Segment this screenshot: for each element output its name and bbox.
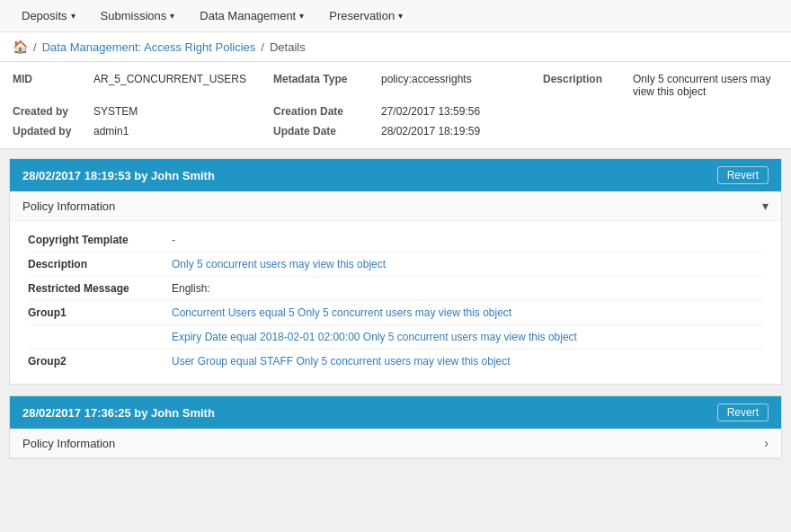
copyright-field: Copyright Template (28, 234, 172, 246)
breadcrumb-separator-1: / (33, 40, 37, 54)
mid-label: MID (13, 71, 93, 100)
caret-icon: ▾ (71, 11, 76, 21)
info-panel: MID AR_5_CONCURRENT_USERS Metadata Type … (0, 62, 791, 149)
policy-info-section-1[interactable]: Policy Information ▾ (10, 191, 781, 221)
update-date-label: Update Date (273, 123, 381, 139)
restricted-value: English: (172, 282, 763, 295)
expiry-value: Expiry Date equal 2018-02-01 02:00:00 On… (172, 331, 763, 343)
version-block-1: 28/02/2017 18:19:53 by John Smith Revert… (9, 158, 782, 385)
home-icon[interactable]: 🏠 (13, 40, 28, 54)
caret-icon: ▾ (170, 11, 174, 21)
main-content: 28/02/2017 18:19:53 by John Smith Revert… (0, 149, 791, 532)
creation-date-value: 27/02/2017 13:59:56 (381, 103, 543, 120)
copyright-value: - (172, 234, 763, 246)
breadcrumb: 🏠 / Data Management: Access Right Polici… (0, 32, 791, 62)
caret-icon: ▾ (299, 11, 304, 21)
breadcrumb-current: Details (270, 40, 306, 54)
policy-row-restricted: Restricted Message English: (28, 277, 763, 301)
group2-field: Group2 (28, 355, 172, 368)
expiry-field (28, 331, 172, 343)
mid-value: AR_5_CONCURRENT_USERS (93, 71, 273, 100)
description-value: Only 5 concurrent users may view this ob… (172, 258, 763, 270)
metadata-type-label: Metadata Type (273, 71, 381, 100)
restricted-field: Restricted Message (28, 282, 172, 295)
nav-item-submissions[interactable]: Submissions ▾ (88, 2, 188, 30)
revert-button-1[interactable]: Revert (717, 166, 769, 184)
version-header-1[interactable]: 28/02/2017 18:19:53 by John Smith Revert (10, 159, 781, 191)
nav-item-deposits[interactable]: Deposits ▾ (9, 2, 88, 30)
top-nav: Deposits ▾Submissions ▾Data Management ▾… (0, 0, 791, 32)
breadcrumb-separator-2: / (261, 40, 264, 54)
version-block-2: 28/02/2017 17:36:25 by John Smith Revert… (9, 395, 782, 459)
version-timestamp-2: 28/02/2017 17:36:25 by John Smith (22, 406, 215, 420)
description-label: Description (543, 71, 633, 100)
nav-item-data-management[interactable]: Data Management ▾ (187, 2, 316, 30)
creation-date-label: Creation Date (273, 103, 381, 120)
revert-button-2[interactable]: Revert (717, 403, 769, 421)
policy-row-group1: Group1 Concurrent Users equal 5 Only 5 c… (28, 301, 763, 325)
section-label-1: Policy Information (22, 200, 115, 213)
policy-row-group2: Group2 User Group equal STAFF Only 5 con… (28, 350, 763, 373)
chevron-icon-1: ▾ (762, 199, 769, 213)
group1-value: Concurrent Users equal 5 Only 5 concurre… (172, 306, 763, 319)
nav-item-preservation[interactable]: Preservation ▾ (316, 2, 415, 30)
update-date-value: 28/02/2017 18:19:59 (381, 123, 543, 139)
policy-table-1: Copyright Template - Description Only 5 … (10, 221, 781, 384)
chevron-icon-2: › (764, 436, 769, 450)
description-field: Description (28, 258, 172, 270)
created-by-label: Created by (13, 103, 93, 120)
policy-row-copyright: Copyright Template - (28, 228, 763, 253)
caret-icon: ▾ (398, 11, 403, 21)
policy-info-section-2[interactable]: Policy Information › (10, 429, 781, 458)
policy-row-description: Description Only 5 concurrent users may … (28, 253, 763, 277)
metadata-type-value: policy:accessrights (381, 71, 543, 100)
updated-by-value: admin1 (93, 123, 273, 139)
description-value: Only 5 concurrent users may view this ob… (633, 71, 778, 100)
breadcrumb-link[interactable]: Data Management: Access Right Policies (42, 40, 256, 54)
created-by-value: SYSTEM (93, 103, 273, 120)
section-label-2: Policy Information (22, 437, 115, 450)
version-timestamp-1: 28/02/2017 18:19:53 by John Smith (22, 169, 215, 182)
version-header-2[interactable]: 28/02/2017 17:36:25 by John Smith Revert (10, 396, 781, 429)
updated-by-label: Updated by (13, 123, 93, 139)
group1-field: Group1 (28, 306, 172, 319)
group2-value: User Group equal STAFF Only 5 concurrent… (172, 355, 763, 368)
policy-row-expiry: Expiry Date equal 2018-02-01 02:00:00 On… (28, 325, 763, 350)
